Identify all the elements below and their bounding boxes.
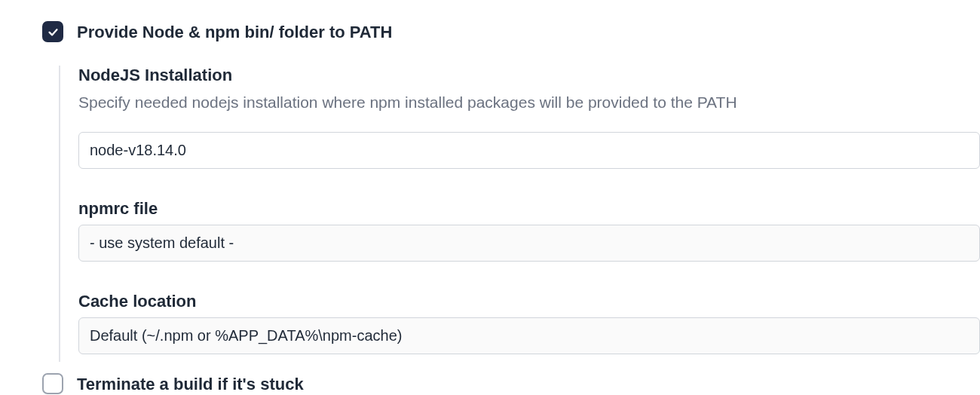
provide-node-details: NodeJS Installation Specify needed nodej…	[59, 66, 980, 362]
check-icon	[47, 26, 60, 38]
provide-node-row: Provide Node & npm bin/ folder to PATH	[0, 20, 980, 44]
cache-location-title: Cache location	[78, 292, 980, 311]
nodejs-installation-input[interactable]	[78, 132, 980, 169]
provide-node-label: Provide Node & npm bin/ folder to PATH	[77, 20, 392, 44]
terminate-build-checkbox[interactable]	[42, 373, 63, 394]
npmrc-group: npmrc file	[78, 199, 980, 262]
terminate-build-row: Terminate a build if it's stuck	[0, 372, 980, 395]
terminate-build-label: Terminate a build if it's stuck	[77, 372, 304, 395]
provide-node-checkbox[interactable]	[42, 21, 63, 42]
nodejs-installation-desc: Specify needed nodejs installation where…	[78, 91, 980, 114]
nodejs-installation-group: NodeJS Installation Specify needed nodej…	[78, 66, 980, 169]
npmrc-title: npmrc file	[78, 199, 980, 219]
nodejs-installation-title: NodeJS Installation	[78, 66, 980, 85]
cache-location-input[interactable]	[78, 317, 980, 354]
cache-location-group: Cache location	[78, 292, 980, 354]
npmrc-input[interactable]	[78, 225, 980, 262]
